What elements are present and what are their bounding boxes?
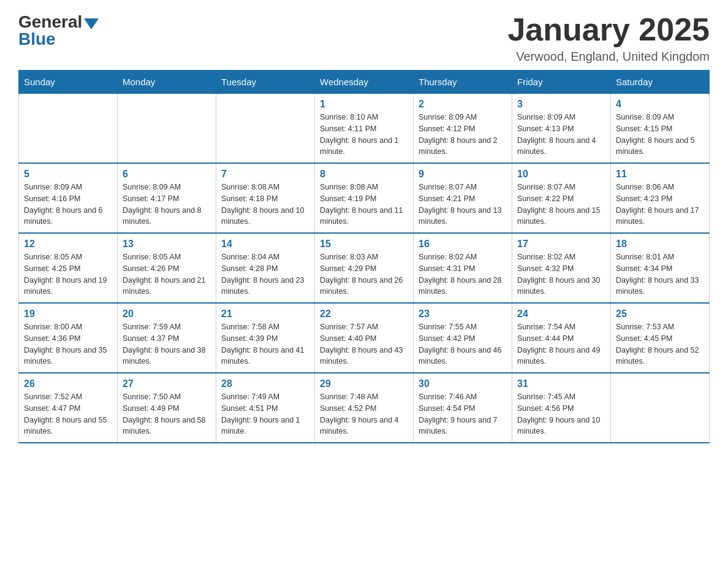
calendar-cell: 28Sunrise: 7:49 AM Sunset: 4:51 PM Dayli… [216, 373, 315, 443]
calendar-header: SundayMondayTuesdayWednesdayThursdayFrid… [19, 71, 710, 94]
day-info: Sunrise: 7:57 AM Sunset: 4:40 PM Dayligh… [320, 321, 408, 367]
day-number: 23 [419, 308, 507, 320]
day-info: Sunrise: 8:04 AM Sunset: 4:28 PM Dayligh… [221, 251, 309, 297]
day-number: 12 [24, 239, 112, 250]
day-number: 24 [517, 308, 605, 320]
calendar-cell: 11Sunrise: 8:06 AM Sunset: 4:23 PM Dayli… [611, 163, 710, 233]
logo-blue-text: Blue [18, 29, 56, 49]
calendar-cell: 22Sunrise: 7:57 AM Sunset: 4:40 PM Dayli… [315, 303, 414, 373]
day-info: Sunrise: 8:01 AM Sunset: 4:34 PM Dayligh… [616, 251, 704, 297]
calendar-week-row: 26Sunrise: 7:52 AM Sunset: 4:47 PM Dayli… [19, 373, 710, 443]
day-info: Sunrise: 8:05 AM Sunset: 4:25 PM Dayligh… [24, 251, 112, 297]
day-number: 1 [320, 99, 408, 110]
day-info: Sunrise: 8:07 AM Sunset: 4:21 PM Dayligh… [419, 182, 507, 228]
location-text: Verwood, England, United Kingdom [507, 50, 710, 64]
calendar-week-row: 5Sunrise: 8:09 AM Sunset: 4:16 PM Daylig… [19, 163, 710, 233]
day-info: Sunrise: 7:46 AM Sunset: 4:54 PM Dayligh… [419, 391, 507, 437]
header-day-sunday: Sunday [19, 71, 118, 94]
day-info: Sunrise: 7:58 AM Sunset: 4:39 PM Dayligh… [221, 321, 309, 367]
day-number: 15 [320, 239, 408, 250]
day-info: Sunrise: 7:55 AM Sunset: 4:42 PM Dayligh… [419, 321, 507, 367]
day-number: 20 [123, 308, 211, 320]
header-day-saturday: Saturday [611, 71, 710, 94]
calendar-cell: 6Sunrise: 8:09 AM Sunset: 4:17 PM Daylig… [118, 163, 216, 233]
day-number: 18 [616, 239, 704, 250]
day-number: 31 [517, 378, 605, 389]
day-number: 22 [320, 308, 408, 320]
calendar-cell [611, 373, 710, 443]
calendar-cell: 10Sunrise: 8:07 AM Sunset: 4:22 PM Dayli… [512, 163, 611, 233]
day-info: Sunrise: 7:53 AM Sunset: 4:45 PM Dayligh… [616, 321, 704, 367]
header-day-tuesday: Tuesday [216, 71, 315, 94]
calendar-cell: 18Sunrise: 8:01 AM Sunset: 4:34 PM Dayli… [611, 233, 710, 303]
day-number: 19 [24, 308, 112, 320]
header-row: SundayMondayTuesdayWednesdayThursdayFrid… [19, 71, 710, 94]
day-number: 16 [419, 239, 507, 250]
header-day-thursday: Thursday [414, 71, 512, 94]
calendar-cell: 31Sunrise: 7:45 AM Sunset: 4:56 PM Dayli… [512, 373, 611, 443]
calendar-cell: 19Sunrise: 8:00 AM Sunset: 4:36 PM Dayli… [19, 303, 118, 373]
calendar-cell: 23Sunrise: 7:55 AM Sunset: 4:42 PM Dayli… [414, 303, 512, 373]
calendar-cell: 26Sunrise: 7:52 AM Sunset: 4:47 PM Dayli… [19, 373, 118, 443]
calendar-cell: 7Sunrise: 8:08 AM Sunset: 4:18 PM Daylig… [216, 163, 315, 233]
day-number: 14 [221, 239, 309, 250]
day-number: 9 [419, 169, 507, 180]
calendar-cell [118, 94, 216, 164]
calendar-cell: 29Sunrise: 7:48 AM Sunset: 4:52 PM Dayli… [315, 373, 414, 443]
calendar-week-row: 12Sunrise: 8:05 AM Sunset: 4:25 PM Dayli… [19, 233, 710, 303]
day-info: Sunrise: 7:54 AM Sunset: 4:44 PM Dayligh… [517, 321, 605, 367]
header-day-monday: Monday [118, 71, 216, 94]
logo: General Blue [18, 12, 99, 49]
title-section: January 2025 Verwood, England, United Ki… [507, 12, 710, 64]
header-day-friday: Friday [512, 71, 611, 94]
day-number: 2 [419, 99, 507, 110]
day-number: 13 [123, 239, 211, 250]
day-number: 8 [320, 169, 408, 180]
calendar-cell: 17Sunrise: 8:02 AM Sunset: 4:32 PM Dayli… [512, 233, 611, 303]
day-info: Sunrise: 7:49 AM Sunset: 4:51 PM Dayligh… [221, 391, 309, 437]
day-info: Sunrise: 8:09 AM Sunset: 4:15 PM Dayligh… [616, 112, 704, 158]
calendar-cell: 4Sunrise: 8:09 AM Sunset: 4:15 PM Daylig… [611, 94, 710, 164]
calendar-cell: 15Sunrise: 8:03 AM Sunset: 4:29 PM Dayli… [315, 233, 414, 303]
calendar-cell [216, 94, 315, 164]
day-number: 30 [419, 378, 507, 389]
day-info: Sunrise: 8:06 AM Sunset: 4:23 PM Dayligh… [616, 182, 704, 228]
day-info: Sunrise: 7:48 AM Sunset: 4:52 PM Dayligh… [320, 391, 408, 437]
page-header: General Blue January 2025 Verwood, Engla… [18, 12, 710, 64]
calendar-cell: 16Sunrise: 8:02 AM Sunset: 4:31 PM Dayli… [414, 233, 512, 303]
calendar-cell: 30Sunrise: 7:46 AM Sunset: 4:54 PM Dayli… [414, 373, 512, 443]
calendar-cell: 9Sunrise: 8:07 AM Sunset: 4:21 PM Daylig… [414, 163, 512, 233]
logo-arrow-icon [84, 18, 99, 29]
calendar-cell: 12Sunrise: 8:05 AM Sunset: 4:25 PM Dayli… [19, 233, 118, 303]
day-info: Sunrise: 7:52 AM Sunset: 4:47 PM Dayligh… [24, 391, 112, 437]
day-info: Sunrise: 8:00 AM Sunset: 4:36 PM Dayligh… [24, 321, 112, 367]
day-number: 21 [221, 308, 309, 320]
calendar-cell: 3Sunrise: 8:09 AM Sunset: 4:13 PM Daylig… [512, 94, 611, 164]
calendar-week-row: 19Sunrise: 8:00 AM Sunset: 4:36 PM Dayli… [19, 303, 710, 373]
day-info: Sunrise: 8:10 AM Sunset: 4:11 PM Dayligh… [320, 112, 408, 158]
day-info: Sunrise: 8:09 AM Sunset: 4:16 PM Dayligh… [24, 182, 112, 228]
day-number: 17 [517, 239, 605, 250]
calendar-table: SundayMondayTuesdayWednesdayThursdayFrid… [18, 70, 710, 443]
day-info: Sunrise: 8:02 AM Sunset: 4:32 PM Dayligh… [517, 251, 605, 297]
calendar-cell: 21Sunrise: 7:58 AM Sunset: 4:39 PM Dayli… [216, 303, 315, 373]
day-number: 25 [616, 308, 704, 320]
day-info: Sunrise: 8:09 AM Sunset: 4:13 PM Dayligh… [517, 112, 605, 158]
day-info: Sunrise: 8:08 AM Sunset: 4:18 PM Dayligh… [221, 182, 309, 228]
day-info: Sunrise: 8:07 AM Sunset: 4:22 PM Dayligh… [517, 182, 605, 228]
day-info: Sunrise: 8:03 AM Sunset: 4:29 PM Dayligh… [320, 251, 408, 297]
day-number: 3 [517, 99, 605, 110]
day-number: 5 [24, 169, 112, 180]
calendar-cell: 2Sunrise: 8:09 AM Sunset: 4:12 PM Daylig… [414, 94, 512, 164]
day-number: 7 [221, 169, 309, 180]
calendar-cell: 13Sunrise: 8:05 AM Sunset: 4:26 PM Dayli… [118, 233, 216, 303]
calendar-cell: 1Sunrise: 8:10 AM Sunset: 4:11 PM Daylig… [315, 94, 414, 164]
calendar-cell: 24Sunrise: 7:54 AM Sunset: 4:44 PM Dayli… [512, 303, 611, 373]
calendar-cell: 27Sunrise: 7:50 AM Sunset: 4:49 PM Dayli… [118, 373, 216, 443]
day-number: 11 [616, 169, 704, 180]
header-day-wednesday: Wednesday [315, 71, 414, 94]
day-info: Sunrise: 7:50 AM Sunset: 4:49 PM Dayligh… [123, 391, 211, 437]
calendar-cell [19, 94, 118, 164]
day-info: Sunrise: 8:09 AM Sunset: 4:12 PM Dayligh… [419, 112, 507, 158]
day-info: Sunrise: 8:09 AM Sunset: 4:17 PM Dayligh… [123, 182, 211, 228]
